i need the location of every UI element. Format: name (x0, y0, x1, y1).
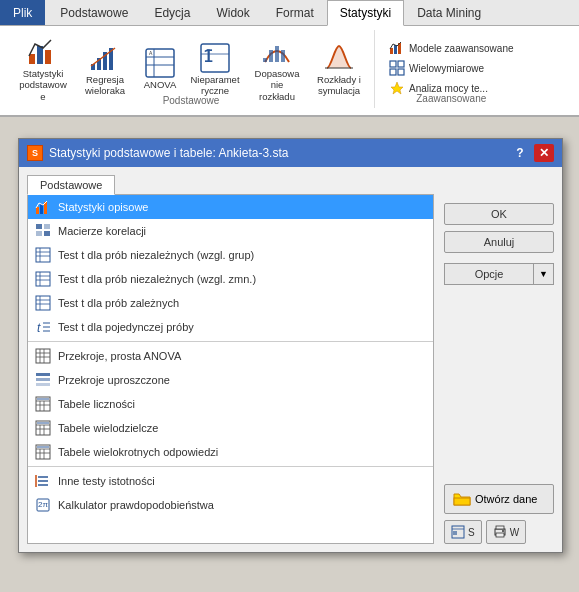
list-item-statystyki-opisowe[interactable]: Statystyki opisowe (28, 195, 433, 219)
dialog-left-panel: Podstawowe Statystyki opisowe (27, 175, 434, 544)
dialog-help-button[interactable]: ? (510, 144, 530, 162)
list-item-test-t-zalezne[interactable]: Test t dla prób zależnych (28, 291, 433, 315)
test-t-niezalezne-zmn-icon (34, 270, 52, 288)
print-label: W (510, 527, 519, 538)
list-item-przekroje-anova[interactable]: Przekroje, prosta ANOVA (28, 344, 433, 368)
ribbon-btn-regresja-label: Regresja wieloraka (80, 74, 130, 97)
ribbon-btn-dopasowanie[interactable]: Dopasowanie rozkładu (248, 34, 306, 104)
test-t-pojedyncza-icon: t (34, 318, 52, 336)
list-item-przekroje-uproszczone[interactable]: Przekroje uproszczone (28, 368, 433, 392)
svg-rect-22 (394, 45, 397, 54)
ribbon-btn-anova[interactable]: A ANOVA (138, 45, 182, 92)
ribbon-group-podstawowe: Statystyki podstawowe Regresja wieloraka (8, 30, 375, 108)
dialog: S Statystyki podstawowe i tabele: Ankiet… (18, 138, 563, 553)
list-item-test-t-pojedyncza[interactable]: t Test t dla pojedynczej próby (28, 315, 433, 339)
dialog-title-text: Statystyki podstawowe i tabele: Ankieta-… (49, 146, 288, 160)
open-folder-icon (453, 490, 471, 508)
svg-rect-39 (36, 272, 50, 286)
svg-rect-29 (40, 204, 43, 214)
tab-statystyki[interactable]: Statystyki (327, 0, 404, 26)
bottom-buttons-area: Otwórz dane S (444, 484, 554, 544)
list-item-przekroje-uproszczone-label: Przekroje uproszczone (58, 374, 170, 386)
ribbon: Plik Podstawowe Edycja Widok Format Stat… (0, 0, 579, 117)
select-cases-button[interactable]: S (444, 520, 482, 544)
svg-rect-18 (275, 46, 279, 62)
svg-rect-57 (36, 378, 50, 381)
svg-rect-2 (45, 50, 51, 64)
list-item-test-t-pojedyncza-label: Test t dla pojedynczej próby (58, 321, 194, 333)
tab-datamining[interactable]: Data Mining (404, 0, 494, 25)
list-item-tabele-wielodzielcze[interactable]: Tabele wielodzielcze (28, 416, 433, 440)
tabele-wielodzielcze-icon (34, 419, 52, 437)
otwórz-dane-label: Otwórz dane (475, 493, 537, 505)
statystyki-podstawowe-icon (27, 36, 59, 68)
ribbon-btn-anova-label: ANOVA (144, 79, 177, 90)
tab-edycja[interactable]: Edycja (141, 0, 203, 25)
svg-rect-26 (390, 69, 396, 75)
list-item-tabele-licznosci[interactable]: Tabele liczności (28, 392, 433, 416)
opcje-dropdown-arrow[interactable]: ▼ (534, 263, 554, 285)
list-item-inne-testy-label: Inne testy istotności (58, 475, 155, 487)
svg-rect-35 (36, 248, 50, 262)
svg-rect-56 (36, 373, 50, 376)
svg-rect-43 (36, 296, 50, 310)
ribbon-btn-nieparametryczne[interactable]: 1̄ Nieparametryczne (186, 40, 244, 99)
test-t-zalezne-icon (34, 294, 52, 312)
test-t-niezalezne-grup-icon (34, 246, 52, 264)
svg-rect-25 (398, 61, 404, 67)
dialog-title-buttons: ? ✕ (510, 144, 554, 162)
svg-rect-34 (44, 231, 50, 236)
ribbon-btn-regresja[interactable]: Regresja wieloraka (76, 40, 134, 99)
ribbon-btn-rozklady[interactable]: Rozkłady i symulacja (310, 40, 368, 99)
list-item-inne-testy[interactable]: Inne testy istotności (28, 469, 433, 493)
list-item-kalkulator[interactable]: 2π Kalkulator prawdopodobieństwa (28, 493, 433, 517)
svg-rect-17 (269, 50, 273, 62)
select-cases-icon (451, 525, 465, 539)
rozklady-icon (323, 42, 355, 74)
tab-widok[interactable]: Widok (203, 0, 262, 25)
tab-plik[interactable]: Plik (0, 0, 45, 25)
opcje-button[interactable]: Opcje (444, 263, 534, 285)
dialog-tab-strip: Podstawowe (27, 175, 434, 195)
svg-rect-27 (398, 69, 404, 75)
dopasowanie-icon (261, 36, 293, 68)
list-item-test-t-niezalezne-zmn-label: Test t dla prób niezależnych (wzgl. zmn.… (58, 273, 256, 285)
adv-item-analiza-mocy-label: Analiza mocy te... (409, 83, 488, 94)
opcje-row: Opcje ▼ (444, 263, 554, 285)
list-item-tabele-wielodzielcze-label: Tabele wielodzielcze (58, 422, 158, 434)
regresja-icon (89, 42, 121, 74)
ribbon-group-zaawansowane: Modele zaawansowane Wielowymiarowe (377, 30, 526, 106)
opcje-wrapper: Opcje ▼ (444, 263, 554, 285)
list-item-tabele-wielokrotnych-label: Tabele wielokrotnych odpowiedzi (58, 446, 218, 458)
kalkulator-icon: 2π (34, 496, 52, 514)
svg-text:2π: 2π (38, 500, 48, 509)
cancel-button[interactable]: Anuluj (444, 231, 554, 253)
adv-item-modele[interactable]: Modele zaawansowane (387, 39, 516, 57)
list-item-macierze-korelacji[interactable]: Macierze korelacji (28, 219, 433, 243)
dialog-close-button[interactable]: ✕ (534, 144, 554, 162)
print-icon (493, 525, 507, 539)
list-item-macierze-label: Macierze korelacji (58, 225, 146, 237)
tab-podstawowe[interactable]: Podstawowe (27, 175, 115, 195)
list-item-test-t-niezalezne-grup[interactable]: Test t dla prób niezależnych (wzgl. grup… (28, 243, 433, 267)
ribbon-btn-statystyki-podstawowe[interactable]: Statystyki podstawowe (14, 34, 72, 104)
list-item-tabele-wielokrotnych[interactable]: Tabele wielokrotnych odpowiedzi (28, 440, 433, 464)
anova-icon: A (144, 47, 176, 79)
select-cases-label: S (468, 527, 475, 538)
ok-button[interactable]: OK (444, 203, 554, 225)
extra-buttons-row: S W (444, 520, 554, 544)
tab-format[interactable]: Format (263, 0, 327, 25)
statystyki-opisowe-icon (34, 198, 52, 216)
list-item-test-t-niezalezne-zmn[interactable]: Test t dla prób niezależnych (wzgl. zmn.… (28, 267, 433, 291)
svg-rect-76 (37, 446, 49, 448)
print-button[interactable]: W (486, 520, 526, 544)
tab-podstawowe[interactable]: Podstawowe (47, 0, 141, 25)
otwórz-dane-button[interactable]: Otwórz dane (444, 484, 554, 514)
dialog-titlebar: S Statystyki podstawowe i tabele: Ankiet… (19, 139, 562, 167)
dialog-list[interactable]: Statystyki opisowe Macierze korelacji (27, 195, 434, 544)
dialog-body: Podstawowe Statystyki opisowe (19, 167, 562, 552)
ribbon-group-podstawowe-label: Podstawowe (8, 95, 374, 106)
adv-item-wielowymiarowe[interactable]: Wielowymiarowe (387, 59, 516, 77)
ribbon-group-zaawansowane-label: Zaawansowane (377, 93, 526, 104)
svg-rect-64 (37, 398, 49, 400)
